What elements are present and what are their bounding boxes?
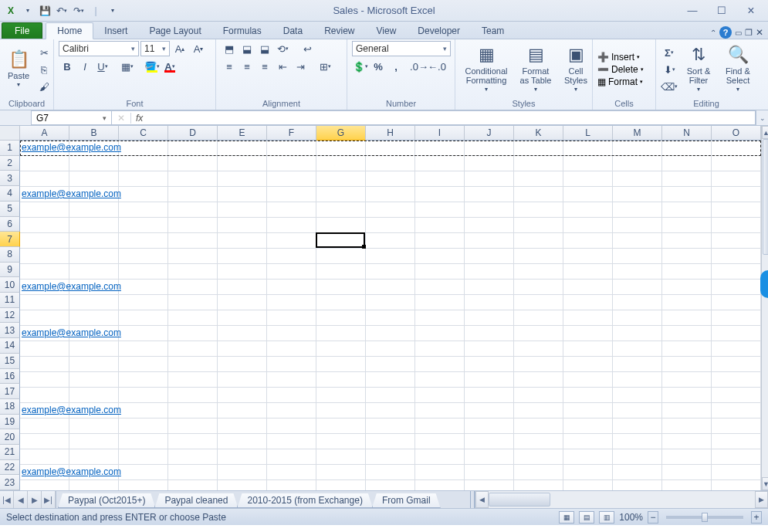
cell[interactable]	[415, 187, 465, 202]
column-header[interactable]: J	[465, 126, 514, 141]
cell[interactable]	[69, 156, 119, 171]
bold-button[interactable]: B	[59, 59, 76, 74]
cell[interactable]	[168, 403, 218, 418]
cell[interactable]	[662, 141, 712, 156]
cell[interactable]	[613, 388, 662, 403]
conditional-formatting-button[interactable]: ▦Conditional Formatting▾	[460, 44, 513, 94]
scroll-right-icon[interactable]: ▶	[755, 491, 768, 508]
cell[interactable]	[218, 264, 267, 280]
cell[interactable]	[366, 418, 415, 434]
cell[interactable]	[712, 341, 761, 357]
tab-page-layout[interactable]: Page Layout	[138, 23, 211, 39]
cell[interactable]	[465, 171, 514, 187]
scroll-up-icon[interactable]: ▲	[762, 126, 768, 139]
cell[interactable]	[69, 233, 119, 249]
workbook-close-icon[interactable]: ✕	[756, 27, 763, 38]
cell[interactable]	[563, 280, 613, 295]
cell[interactable]	[69, 264, 119, 280]
ribbon-minimize-icon[interactable]: ⌃	[710, 29, 716, 37]
cell[interactable]	[465, 141, 514, 156]
cell[interactable]	[267, 465, 316, 480]
cell[interactable]	[218, 249, 267, 264]
cell[interactable]	[712, 388, 761, 403]
cell[interactable]	[267, 480, 316, 490]
cell[interactable]	[168, 264, 218, 280]
cell[interactable]	[218, 202, 267, 218]
cell[interactable]	[613, 141, 662, 156]
cell[interactable]	[119, 171, 168, 187]
column-header[interactable]: C	[119, 126, 168, 141]
cell[interactable]	[69, 310, 119, 326]
cell[interactable]	[168, 326, 218, 341]
zoom-out-icon[interactable]: −	[648, 511, 658, 524]
cut-icon[interactable]: ✂	[36, 45, 52, 60]
cell[interactable]	[267, 310, 316, 326]
cell[interactable]	[119, 249, 168, 264]
cell[interactable]	[712, 480, 761, 490]
cell[interactable]	[119, 187, 168, 202]
cell[interactable]	[267, 403, 316, 418]
cell[interactable]	[662, 156, 712, 171]
cell[interactable]	[712, 202, 761, 218]
cell[interactable]	[514, 280, 563, 295]
cell[interactable]	[563, 403, 613, 418]
row-header[interactable]: 6	[0, 217, 20, 232]
scroll-down-icon[interactable]: ▼	[762, 477, 768, 490]
column-header[interactable]: O	[712, 126, 761, 141]
workbook-minimize-icon[interactable]: ▭	[735, 29, 742, 37]
cell[interactable]	[168, 141, 218, 156]
cell[interactable]	[613, 310, 662, 326]
column-header[interactable]: F	[267, 126, 316, 141]
cell[interactable]	[316, 341, 366, 357]
cell[interactable]	[465, 341, 514, 357]
cell[interactable]	[366, 156, 415, 171]
cell[interactable]	[465, 357, 514, 372]
cell[interactable]	[267, 341, 316, 357]
grow-font-icon[interactable]: A▴	[171, 41, 188, 56]
cell[interactable]	[267, 295, 316, 310]
cell[interactable]	[662, 218, 712, 233]
decrease-indent-icon[interactable]: ⇤	[274, 59, 291, 74]
cell[interactable]	[465, 403, 514, 418]
cell[interactable]	[415, 249, 465, 264]
cell[interactable]	[366, 310, 415, 326]
cell[interactable]	[168, 295, 218, 310]
cell[interactable]	[712, 372, 761, 388]
cell[interactable]	[366, 341, 415, 357]
cell[interactable]	[613, 295, 662, 310]
row-header[interactable]: 3	[0, 171, 20, 186]
cell[interactable]	[267, 280, 316, 295]
cell[interactable]	[168, 171, 218, 187]
row-header[interactable]: 9	[0, 263, 20, 278]
cell[interactable]	[366, 372, 415, 388]
cell[interactable]	[465, 418, 514, 434]
cell[interactable]	[316, 357, 366, 372]
cell[interactable]	[712, 310, 761, 326]
cell[interactable]	[662, 434, 712, 449]
row-header[interactable]: 12	[0, 308, 20, 324]
cell[interactable]	[415, 449, 465, 465]
cell[interactable]	[662, 202, 712, 218]
row-header[interactable]: 15	[0, 354, 20, 369]
cell[interactable]	[613, 218, 662, 233]
cell[interactable]	[514, 388, 563, 403]
cell[interactable]	[465, 218, 514, 233]
cell[interactable]	[613, 233, 662, 249]
cell[interactable]	[267, 264, 316, 280]
cell[interactable]	[267, 388, 316, 403]
cell[interactable]	[218, 218, 267, 233]
row-header[interactable]: 5	[0, 202, 20, 217]
cell[interactable]	[316, 465, 366, 480]
increase-decimal-icon[interactable]: .0→	[411, 59, 428, 74]
cell[interactable]	[415, 264, 465, 280]
row-header[interactable]: 7	[0, 232, 20, 247]
cell[interactable]	[613, 357, 662, 372]
align-bottom-icon[interactable]: ⬓	[256, 41, 273, 56]
cell[interactable]	[563, 465, 613, 480]
cell[interactable]	[366, 403, 415, 418]
cell[interactable]	[712, 295, 761, 310]
cell[interactable]	[69, 171, 119, 187]
cell-styles-button[interactable]: ▣Cell Styles▾	[559, 44, 593, 94]
cell[interactable]	[613, 372, 662, 388]
cell[interactable]	[366, 357, 415, 372]
